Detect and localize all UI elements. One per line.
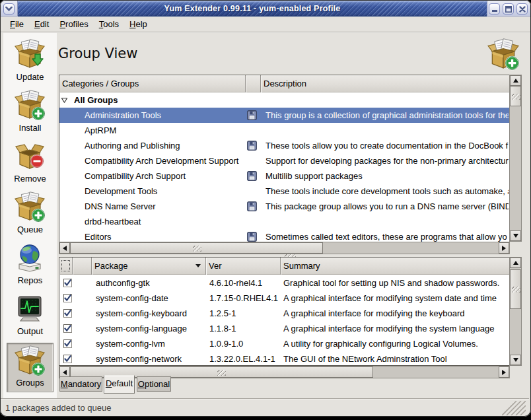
group-row[interactable]: Authoring and PublishingThese tools allo… <box>59 138 509 153</box>
scrollbar-thumb[interactable] <box>510 269 521 309</box>
checkmark-icon <box>63 324 72 333</box>
tab-default[interactable]: Default <box>104 375 135 394</box>
package-name: system-config-keyboard <box>96 306 205 321</box>
minimize-icon <box>491 6 498 13</box>
sidebar-item-update[interactable]: Update <box>7 38 53 87</box>
sidebar-item-queue[interactable]: Queue <box>7 190 53 240</box>
group-row[interactable]: drbd-heartbeat <box>59 214 509 229</box>
column-header-label: Ver <box>209 261 222 271</box>
package-row[interactable]: system-config-date1.7.15-0.RHEL4.1A grap… <box>59 291 509 306</box>
column-header-installed[interactable] <box>246 75 261 92</box>
group-row[interactable]: Development ToolsThese tools include cor… <box>59 184 509 199</box>
package-row[interactable]: system-config-lvm1.0.9-1.0A utility for … <box>59 336 509 351</box>
menu-tools[interactable]: Tools <box>94 17 124 32</box>
groups-table-body: All GroupsAdministration ToolsThis group… <box>59 92 509 242</box>
window-menu-button[interactable] <box>3 3 15 15</box>
package-row[interactable]: system-config-network1.3.22.0.EL.4.1-1Th… <box>59 351 509 365</box>
tab-mandatory[interactable]: Mandatory <box>59 376 102 392</box>
scroll-down-button[interactable] <box>510 355 521 365</box>
scroll-right-button[interactable] <box>499 367 509 378</box>
menu-file[interactable]: File <box>5 17 29 32</box>
scrollbar-thumb[interactable] <box>510 86 521 106</box>
sidebar-item-label: Groups <box>7 378 53 388</box>
maximize-icon <box>505 6 512 13</box>
package-name: system-config-date <box>96 291 205 306</box>
menu-profiles[interactable]: Profiles <box>54 17 93 32</box>
menu-help[interactable]: Help <box>124 17 153 32</box>
close-button[interactable] <box>516 3 528 15</box>
package-checkbox-checked[interactable] <box>63 355 72 363</box>
sidebar-item-output[interactable]: Output <box>7 292 53 341</box>
installed-floppy-icon <box>247 232 257 242</box>
arrow-right-icon <box>502 246 506 251</box>
status-text: 1 packages added to queue <box>5 403 111 413</box>
statusbar: 1 packages added to queue <box>0 400 530 416</box>
group-description: These tools allow you to create document… <box>266 138 509 153</box>
group-row[interactable]: Compatibility Arch SupportMultilib suppo… <box>59 168 509 184</box>
window-title: Yum Extender 0.99.11 - yum-enabled Profi… <box>18 1 487 17</box>
scroll-right-button[interactable] <box>499 242 509 254</box>
column-header-toggle[interactable] <box>59 258 73 275</box>
column-header-package[interactable]: Package <box>92 258 206 275</box>
package-row[interactable]: authconfig-gtk4.6.10-rhel4.1Graphical to… <box>59 275 509 291</box>
group-row[interactable]: DNS Name ServerThis package group allows… <box>59 199 509 214</box>
groups-table-header: Categories / Groups Description <box>59 75 509 92</box>
titlebar[interactable]: Yum Extender 0.99.11 - yum-enabled Profi… <box>1 1 530 17</box>
package-row[interactable]: system-config-keyboard1.2.5-1A graphical… <box>59 306 509 321</box>
packages-vscrollbar[interactable] <box>509 257 522 366</box>
scrollbar-thumb[interactable] <box>70 242 323 254</box>
minimize-button[interactable] <box>489 3 500 15</box>
group-row-all-groups[interactable]: All Groups <box>59 92 509 108</box>
scroll-left-button[interactable] <box>59 242 70 254</box>
group-description: This package group allows you to run a D… <box>266 199 509 214</box>
install-box-icon <box>14 89 46 121</box>
page-title: Group View <box>58 44 322 65</box>
group-row[interactable]: Administration ToolsThis group is a coll… <box>59 108 509 123</box>
groups-hscrollbar[interactable] <box>59 242 510 254</box>
maximize-button[interactable] <box>503 3 514 15</box>
column-header-icon[interactable] <box>73 258 92 275</box>
column-header-ver[interactable]: Ver <box>206 258 281 275</box>
group-description: These tools include core development too… <box>266 184 509 199</box>
scroll-up-button[interactable] <box>510 75 521 86</box>
group-row[interactable]: EditorsSometimes called text editors, th… <box>59 229 509 242</box>
package-checkbox-checked[interactable] <box>63 309 72 318</box>
checkmark-icon <box>63 355 72 363</box>
package-version: 1.0.9-1.0 <box>209 336 280 351</box>
package-checkbox-checked[interactable] <box>63 324 72 333</box>
expander-open-icon[interactable] <box>61 96 68 104</box>
package-row[interactable]: system-config-language1.1.8-1A graphical… <box>59 321 509 336</box>
scroll-down-button[interactable] <box>510 230 521 241</box>
groups-vscrollbar[interactable] <box>509 75 522 242</box>
group-name: Authoring and Publishing <box>85 138 260 153</box>
column-header-description[interactable]: Description <box>261 75 509 92</box>
arrow-down-icon <box>513 358 518 362</box>
column-header-summary[interactable]: Summary <box>281 258 509 275</box>
group-row[interactable]: AptRPM <box>59 123 509 138</box>
group-row[interactable]: Compatibility Arch Development SupportSu… <box>59 153 509 168</box>
package-checkbox-checked[interactable] <box>63 339 72 348</box>
scroll-up-button[interactable] <box>510 258 521 268</box>
column-header-categories-groups[interactable]: Categories / Groups <box>59 75 246 92</box>
groups-box-icon <box>14 345 46 376</box>
sidebar-item-repos[interactable]: Repos <box>7 241 53 291</box>
package-checkbox-checked[interactable] <box>63 294 72 302</box>
group-description <box>266 123 509 138</box>
packages-pane: Package Ver Summary authconfig-gtk4.6.10… <box>59 257 510 366</box>
remove-box-icon <box>14 140 46 172</box>
resize-grip-icon[interactable] <box>502 401 526 415</box>
menu-edit[interactable]: Edit <box>29 17 54 32</box>
sidebar-item-label: Install <box>7 123 53 133</box>
sidebar-item-label: Remove <box>7 174 53 184</box>
group-description <box>266 214 509 229</box>
package-checkbox-checked[interactable] <box>63 279 72 287</box>
package-summary: A utility for graphically configuring Lo… <box>283 336 509 351</box>
tab-optional[interactable]: Optional <box>137 376 171 392</box>
groups-pane: Categories / Groups Description All Grou… <box>59 75 510 242</box>
sidebar-item-groups[interactable]: Groups <box>7 343 53 392</box>
sidebar-item-install[interactable]: Install <box>7 88 53 138</box>
package-summary: Graphical tool for setting up NIS and sh… <box>283 275 509 291</box>
thumb-grip-icon <box>512 94 520 100</box>
sidebar-item-remove[interactable]: Remove <box>7 139 53 189</box>
queue-box-icon <box>14 191 46 223</box>
